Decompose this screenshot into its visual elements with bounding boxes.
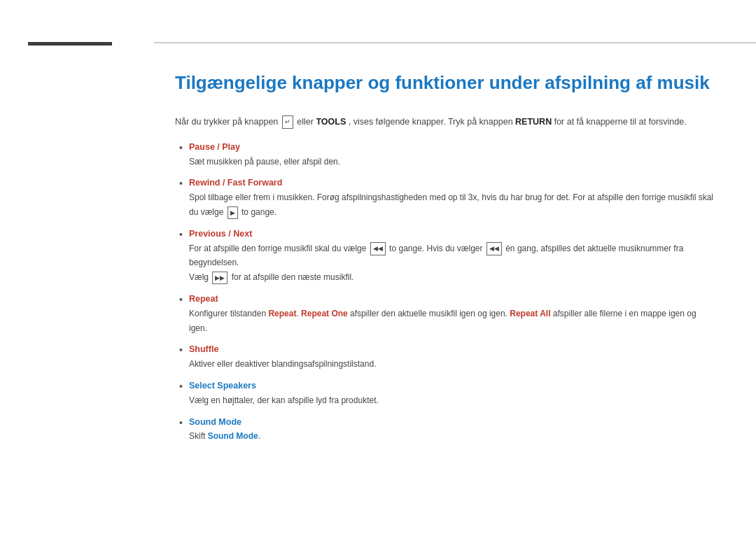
intro-paragraph: Når du trykker på knappen ↵ eller TOOLS … xyxy=(175,115,714,129)
sidebar-bar xyxy=(28,42,112,45)
next-icon: ▶▶ xyxy=(212,272,227,284)
item-title-shuffle: Shuffle xyxy=(189,344,218,354)
tools-label: TOOLS xyxy=(316,117,346,127)
item-title-previous-next: Previous / Next xyxy=(189,229,252,239)
intro-text-after: , vises følgende knapper. Tryk på knappe… xyxy=(349,117,513,127)
content-area: Tilgængelige knapper og funktioner under… xyxy=(154,42,756,534)
intro-text-middle: eller xyxy=(297,117,314,127)
page-title: Tilgængelige knapper og funktioner under… xyxy=(175,71,714,95)
prev-icon: ◀◀ xyxy=(370,242,386,255)
repeat-all-bold: Repeat All xyxy=(510,309,550,318)
feature-list: Pause / Play Sæt musikken på pause, elle… xyxy=(175,140,714,444)
intro-text-end2: for at få knapperne til at forsvinde. xyxy=(554,117,687,127)
list-item-rewind: Rewind / Fast Forward Spol tilbage eller… xyxy=(189,176,714,219)
list-item-previous-next: Previous / Next For at afspille den forr… xyxy=(189,227,714,285)
list-item-shuffle: Shuffle Aktiver eller deaktiver blanding… xyxy=(189,342,714,372)
item-desc-pause-play: Sæt musikken på pause, eller afspil den. xyxy=(189,157,340,167)
sidebar xyxy=(0,0,154,534)
item-title-repeat: Repeat xyxy=(189,294,218,304)
item-title-pause-play: Pause / Play xyxy=(189,142,240,152)
sound-mode-bold: Sound Mode xyxy=(208,431,258,441)
repeat-bold: Repeat xyxy=(268,309,296,318)
return-label: RETURN xyxy=(515,117,552,127)
repeat-one-bold: Repeat One xyxy=(301,309,348,318)
list-item-pause-play: Pause / Play Sæt musikken på pause, elle… xyxy=(189,140,714,169)
item-title-rewind: Rewind / Fast Forward xyxy=(189,178,282,188)
item-desc-sound-mode: Skift Sound Mode. xyxy=(189,431,260,441)
intro-text-before: Når du trykker på knappen xyxy=(175,117,278,127)
item-desc-select-speakers: Vælg en højttaler, der kan afspille lyd … xyxy=(189,395,379,405)
item-desc-rewind: Spol tilbage eller frem i musikken. Forø… xyxy=(189,192,713,217)
item-title-sound-mode: Sound Mode xyxy=(189,417,241,427)
forward-icon: ▶ xyxy=(227,206,238,219)
item-desc-repeat: Konfigurer tilstanden Repeat. Repeat One… xyxy=(189,309,696,333)
return-icon: ↵ xyxy=(282,115,293,128)
item-desc-previous-next: For at afspille den forrige musikfil ska… xyxy=(189,244,683,283)
list-item-sound-mode: Sound Mode Skift Sound Mode. xyxy=(189,415,714,444)
page-container: Tilgængelige knapper og funktioner under… xyxy=(0,0,756,534)
list-item-repeat: Repeat Konfigurer tilstanden Repeat. Rep… xyxy=(189,292,714,335)
list-item-select-speakers: Select Speakers Vælg en højttaler, der k… xyxy=(189,379,714,408)
item-title-select-speakers: Select Speakers xyxy=(189,381,256,391)
prev-icon2: ◀◀ xyxy=(486,242,502,255)
item-desc-shuffle: Aktiver eller deaktiver blandingsafspiln… xyxy=(189,359,376,369)
